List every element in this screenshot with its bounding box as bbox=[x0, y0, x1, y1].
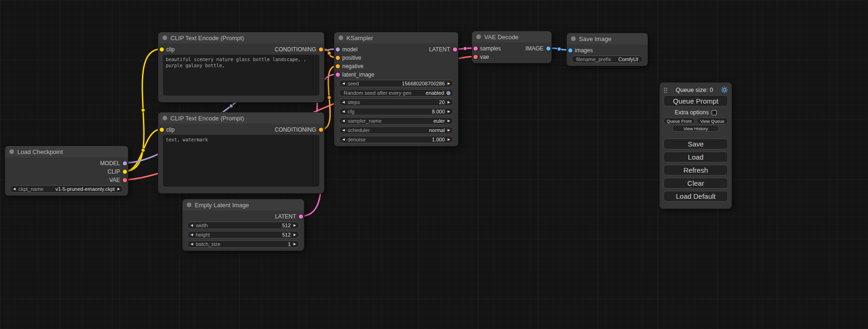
decrement-arrow-icon[interactable]: ◀ bbox=[339, 99, 347, 105]
output-slot-MODEL-dot[interactable] bbox=[123, 161, 127, 166]
widget-sampler_name[interactable]: ◀sampler_nameeuler▶ bbox=[339, 117, 453, 125]
node-titlebar[interactable]: VAE Decode bbox=[472, 31, 551, 42]
output-slot-label: IMAGE bbox=[525, 45, 543, 52]
load-default-button[interactable]: Load Default bbox=[663, 191, 728, 202]
queue-front-button[interactable]: Queue Front bbox=[663, 118, 695, 124]
widget-label: height bbox=[196, 232, 210, 238]
node-vae-decode[interactable]: VAE DecodesamplesIMAGEvae bbox=[472, 31, 552, 63]
view-queue-button[interactable]: View Queue bbox=[697, 118, 728, 124]
prompt-textarea[interactable]: text, watermark bbox=[163, 135, 319, 187]
collapse-dot-icon[interactable] bbox=[162, 35, 167, 40]
output-slot-CONDITIONING-dot[interactable] bbox=[319, 48, 323, 52]
graph-canvas[interactable]: Load CheckpointMODELCLIPVAE◀ckpt_namev1-… bbox=[0, 0, 868, 329]
input-slot-negative-dot[interactable] bbox=[336, 64, 340, 69]
refresh-button[interactable]: Refresh bbox=[663, 165, 728, 175]
widget-cfg[interactable]: ◀cfg8.000▶ bbox=[339, 108, 453, 115]
input-slot-images-dot[interactable] bbox=[568, 49, 572, 53]
decrement-arrow-icon[interactable]: ◀ bbox=[339, 80, 347, 87]
input-slot-clip-dot[interactable] bbox=[160, 48, 164, 52]
widget-height[interactable]: ◀height512▶ bbox=[187, 231, 299, 238]
widget-value: 20 bbox=[439, 99, 445, 105]
output-slot-CLIP-dot[interactable] bbox=[123, 170, 127, 174]
collapse-dot-icon[interactable] bbox=[187, 203, 191, 207]
widget-ckpt_name[interactable]: ◀ckpt_namev1-5-pruned-emaonly.ckpt▶ bbox=[10, 185, 123, 193]
increment-arrow-icon[interactable]: ▶ bbox=[445, 108, 453, 115]
extra-options-checkbox[interactable] bbox=[712, 110, 717, 115]
node-titlebar[interactable]: CLIP Text Encode (Prompt) bbox=[158, 112, 324, 124]
node-body: imagesfilename_prefixComfyUI bbox=[567, 44, 648, 66]
node-empty-latent-image[interactable]: Empty Latent ImageLATENT◀width512▶◀heigh… bbox=[182, 199, 304, 251]
increment-arrow-icon[interactable]: ▶ bbox=[291, 241, 299, 247]
increment-arrow-icon[interactable]: ▶ bbox=[445, 118, 453, 124]
input-slot-latent_image-dot[interactable] bbox=[336, 73, 340, 77]
queue-prompt-button[interactable]: Queue Prompt bbox=[663, 95, 728, 106]
prompt-textarea[interactable]: beautiful scenery nature glass bottle la… bbox=[163, 55, 319, 96]
node-load-checkpoint[interactable]: Load CheckpointMODELCLIPVAE◀ckpt_namev1-… bbox=[5, 146, 128, 196]
slot-row: negative bbox=[334, 62, 458, 70]
collapse-dot-icon[interactable] bbox=[9, 149, 14, 154]
node-title: KSampler bbox=[346, 35, 373, 42]
clear-button[interactable]: Clear bbox=[663, 178, 728, 189]
widget-label: steps bbox=[347, 99, 360, 105]
collapse-dot-icon[interactable] bbox=[476, 35, 481, 39]
output-slot-LATENT-dot[interactable] bbox=[453, 48, 457, 52]
output-slot-label: CONDITIONING bbox=[275, 46, 316, 53]
collapse-dot-icon[interactable] bbox=[571, 36, 576, 41]
input-slot-label: samples bbox=[480, 45, 501, 52]
drag-handle-icon[interactable] bbox=[663, 87, 668, 93]
input-slot-vae-dot[interactable] bbox=[473, 55, 478, 59]
increment-arrow-icon[interactable]: ▶ bbox=[445, 99, 453, 105]
output-slot-IMAGE-dot[interactable] bbox=[546, 47, 550, 51]
input-slot-positive-dot[interactable] bbox=[336, 56, 340, 60]
node-save-image[interactable]: Save Imageimagesfilename_prefixComfyUI bbox=[566, 33, 648, 66]
node-titlebar[interactable]: CLIP Text Encode (Prompt) bbox=[158, 32, 324, 43]
increment-arrow-icon[interactable]: ▶ bbox=[291, 231, 299, 238]
decrement-arrow-icon[interactable]: ◀ bbox=[339, 136, 347, 143]
increment-arrow-icon[interactable]: ▶ bbox=[445, 127, 453, 133]
decrement-arrow-icon[interactable]: ◀ bbox=[339, 108, 347, 115]
output-slot-CONDITIONING-dot[interactable] bbox=[319, 128, 323, 132]
input-slot-model-dot[interactable] bbox=[336, 48, 340, 52]
increment-arrow-icon[interactable]: ▶ bbox=[445, 136, 453, 143]
widget-control_after_generate[interactable]: Random seed after every genenabled bbox=[339, 89, 453, 97]
node-ksampler[interactable]: KSamplermodelLATENTpositivenegativelaten… bbox=[334, 32, 459, 147]
widget-scheduler[interactable]: ◀schedulernormal▶ bbox=[339, 126, 453, 134]
collapse-dot-icon[interactable] bbox=[162, 116, 167, 120]
save-button[interactable]: Save bbox=[663, 139, 728, 149]
increment-arrow-icon[interactable]: ▶ bbox=[291, 222, 299, 229]
collapse-dot-icon[interactable] bbox=[339, 35, 343, 40]
widget-denoise[interactable]: ◀denoise1.000▶ bbox=[339, 136, 453, 143]
node-body: clipCONDITIONINGbeautiful scenery nature… bbox=[158, 43, 324, 102]
widget-batch_size[interactable]: ◀batch_size1▶ bbox=[187, 240, 299, 248]
output-slot-VAE-dot[interactable] bbox=[123, 178, 127, 182]
decrement-arrow-icon[interactable]: ◀ bbox=[188, 222, 196, 229]
node-titlebar[interactable]: KSampler bbox=[334, 32, 458, 43]
decrement-arrow-icon[interactable]: ◀ bbox=[339, 127, 347, 133]
input-slot-label: negative bbox=[342, 63, 363, 70]
extra-options-row: Extra options bbox=[663, 108, 728, 117]
widget-width[interactable]: ◀width512▶ bbox=[187, 222, 299, 229]
decrement-arrow-icon[interactable]: ◀ bbox=[10, 186, 18, 192]
node-titlebar[interactable]: Load Checkpoint bbox=[5, 146, 128, 157]
toggle-dot[interactable] bbox=[446, 91, 451, 95]
widget-steps[interactable]: ◀steps20▶ bbox=[339, 98, 453, 106]
input-slot-label: model bbox=[342, 46, 358, 53]
decrement-arrow-icon[interactable]: ◀ bbox=[188, 231, 196, 238]
node-titlebar[interactable]: Empty Latent Image bbox=[183, 199, 304, 210]
input-slot-clip-dot[interactable] bbox=[160, 128, 164, 132]
view-history-button[interactable]: View History bbox=[672, 125, 719, 132]
node-clip-text-encode-negative[interactable]: CLIP Text Encode (Prompt)clipCONDITIONIN… bbox=[158, 112, 325, 194]
input-slot-samples-dot[interactable] bbox=[473, 47, 478, 51]
load-button[interactable]: Load bbox=[663, 152, 728, 162]
decrement-arrow-icon[interactable]: ◀ bbox=[188, 241, 196, 247]
widget-filename_prefix[interactable]: filename_prefixComfyUI bbox=[572, 56, 643, 63]
node-titlebar[interactable]: Save Image bbox=[567, 33, 648, 44]
settings-gear-icon[interactable] bbox=[721, 86, 728, 93]
increment-arrow-icon[interactable]: ▶ bbox=[115, 186, 123, 192]
increment-arrow-icon[interactable]: ▶ bbox=[445, 80, 453, 87]
decrement-arrow-icon[interactable]: ◀ bbox=[339, 118, 347, 124]
output-slot-LATENT-dot[interactable] bbox=[299, 215, 303, 219]
widget-seed[interactable]: ◀seed156680208700286▶ bbox=[339, 80, 453, 87]
input-slot-label: images bbox=[575, 47, 593, 54]
node-clip-text-encode-positive[interactable]: CLIP Text Encode (Prompt)clipCONDITIONIN… bbox=[158, 32, 325, 103]
